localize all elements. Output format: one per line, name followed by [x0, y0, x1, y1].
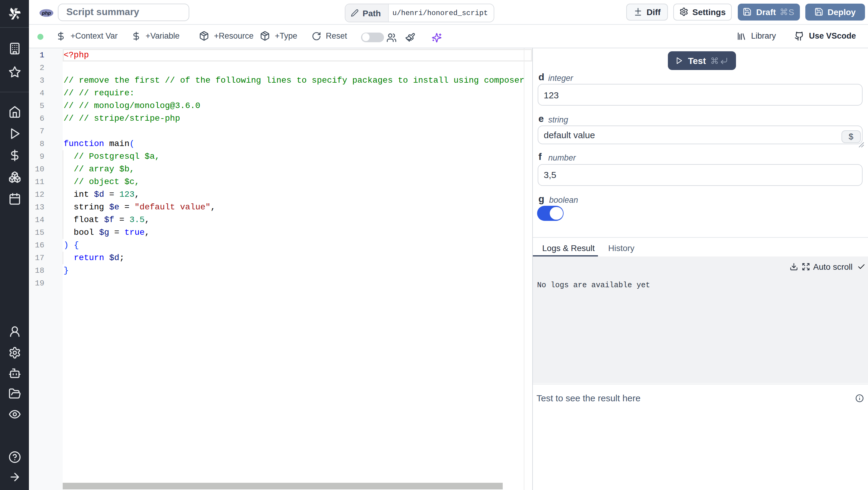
svg-text:php: php: [41, 10, 51, 16]
